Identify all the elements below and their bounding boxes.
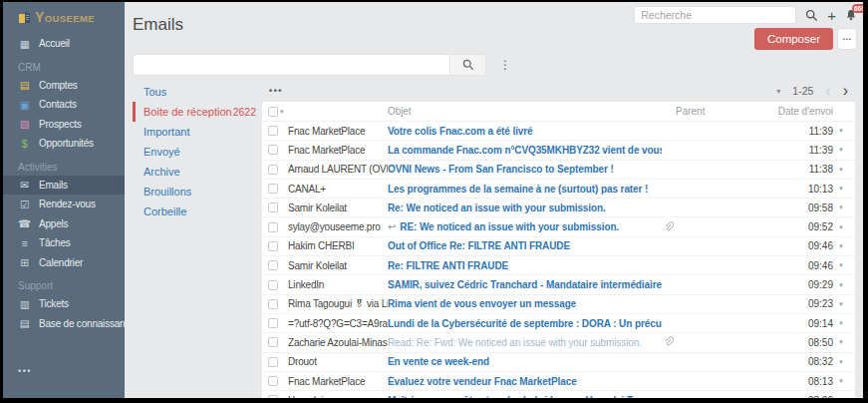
row-dropdown-icon[interactable]: ▾ [833,185,849,193]
email-subject[interactable]: Read: Re: Fwd: We noticed an issue with … [388,337,642,348]
brand-logo[interactable]: Youseeme [3,2,125,32]
column-objet[interactable]: Objet [388,106,662,117]
email-subject[interactable]: Maîtrisez vos coûts et roulez hybride av… [388,395,661,398]
row-checkbox[interactable] [268,184,278,194]
email-subject[interactable]: Les programmes de la semaine à ne (surto… [388,184,648,195]
row-checkbox[interactable] [268,376,278,386]
row-dropdown-icon[interactable]: ▾ [833,281,849,289]
sidebar-item-comptes[interactable]: ▤Comptes [3,76,125,96]
folder-corbeille[interactable]: Corbeille [133,202,258,221]
sidebar-item-contacts[interactable]: ▣Contacts [3,95,125,115]
email-row[interactable]: Rima Tagougui 🎖 via Lin...Rima vient de … [262,294,855,313]
folder-brouillons[interactable]: Brouillons [133,182,258,202]
sidebar-item-emails[interactable]: ✉Emails [3,176,125,196]
column-date[interactable]: Date d'envoi [775,106,833,117]
plus-icon[interactable]: + [827,8,836,23]
bell-icon[interactable]: 660 [845,9,857,21]
row-checkbox[interactable] [268,145,278,155]
email-subject[interactable]: Lundi de la Cybersécurité de septembre :… [388,318,662,329]
row-dropdown-icon[interactable]: ▾ [833,396,849,398]
kebab-menu-icon[interactable]: ⋮ [499,58,511,72]
row-checkbox[interactable] [268,299,278,309]
row-dropdown-icon[interactable]: ▾ [833,146,849,154]
email-subject[interactable]: Re: FILTRE ANTI FRAUDE [388,260,508,271]
search-icon[interactable] [805,9,818,22]
email-row[interactable]: Zacharie Azoulai-MinassianRead: Re: Fwd:… [262,332,855,351]
email-row[interactable]: Fnac MarketPlaceLa commande Fnac.com n°C… [262,140,855,159]
row-checkbox[interactable] [268,126,278,136]
folder-important[interactable]: Important [133,122,258,142]
row-dropdown-icon[interactable]: ▾ [833,319,849,327]
row-checkbox[interactable] [268,357,278,367]
sidebar-item-accueil[interactable]: ▦Accueil [3,34,125,54]
row-dropdown-icon[interactable]: ▾ [833,223,849,231]
sidebar-item-tickets[interactable]: ▥Tickets [3,294,125,314]
sidebar-item-appels[interactable]: ☎Appels [3,214,125,234]
email-subject[interactable]: Re: We noticed an issue with your submis… [388,202,606,213]
row-dropdown-icon[interactable]: ▾ [833,261,849,269]
next-page-icon[interactable]: › [843,83,848,99]
row-dropdown-icon[interactable]: ▾ [833,358,849,366]
prev-page-icon[interactable]: ‹ [825,83,830,99]
email-subject[interactable]: SAMIR, suivez Cédric Tranchard - Mandata… [388,279,662,290]
folder-boite-de-reception[interactable]: Boite de réception2622 [133,102,258,122]
email-row[interactable]: sylay@youseeme.pro↩RE: We noticed an iss… [262,216,855,235]
row-dropdown-icon[interactable]: ▾ [833,166,849,174]
folder-tous[interactable]: Tous [133,82,258,102]
email-subject[interactable]: Out of Office Re: FILTRE ANTI FRAUDE [388,240,570,251]
row-checkbox[interactable] [268,165,278,175]
row-dropdown-icon[interactable]: ▾ [833,338,849,346]
row-checkbox[interactable] [268,318,278,328]
email-row[interactable]: Fnac MarketPlaceÉvaluez votre vendeur Fn… [262,371,855,390]
email-subject[interactable]: En vente ce week-end [388,356,489,367]
email-row[interactable]: Arnaud LAURENT (OVNI C...OVNI News - Fro… [262,160,855,179]
list-search-input[interactable] [133,54,449,76]
row-dropdown-icon[interactable]: ▾ [833,203,849,211]
row-checkbox[interactable] [268,337,278,347]
email-row[interactable]: LinkedInSAMIR, suivez Cédric Tranchard -… [262,274,855,293]
email-subject[interactable]: OVNI News - From San Francisco to Septem… [388,164,614,175]
row-checkbox[interactable] [268,222,278,232]
row-dropdown-icon[interactable]: ▾ [833,377,849,385]
chevron-down-icon[interactable]: ▾ [776,87,780,96]
email-subject[interactable]: RE: We noticed an issue with your submis… [400,221,619,232]
row-checkbox[interactable] [268,241,278,251]
row-checkbox[interactable] [268,202,278,212]
email-row[interactable]: Samir KoleilatRe: FILTRE ANTI FRAUDE09:4… [262,255,855,274]
chevron-down-icon[interactable]: ▾ [280,108,284,116]
row-dropdown-icon[interactable]: ▾ [833,300,849,308]
folder-archive[interactable]: Archive [133,162,258,182]
email-row[interactable]: DrouotEn vente ce week-end08:32▾ [262,352,855,371]
row-dropdown-icon[interactable]: ▾ [833,127,849,135]
row-checkbox[interactable] [268,260,278,270]
sidebar-item-prospects[interactable]: ▨Prospects [3,115,125,135]
email-row[interactable]: HyundaiMaîtrisez vos coûts et roulez hyb… [262,390,855,398]
email-subject[interactable]: La commande Fnac.com n°CVQ35MKHBYZ32 vie… [388,145,662,156]
more-actions-button[interactable]: ... [837,28,857,50]
email-subject[interactable]: Votre colis Fnac.com a été livré [388,126,533,137]
email-subject[interactable]: Rima vient de vous envoyer un message [388,298,576,309]
folder-envoye[interactable]: Envoyé [133,142,258,162]
column-parent[interactable]: Parent [676,106,775,117]
sidebar-more-button[interactable]: ••• [18,366,32,376]
row-checkbox[interactable] [268,280,278,290]
sidebar-item-opportunites[interactable]: $Opportunités [3,134,125,154]
compose-button[interactable]: Composer [754,28,833,50]
global-search-input[interactable] [634,6,796,24]
list-search-button[interactable] [449,54,486,76]
list-menu-icon[interactable]: ••• [269,86,283,96]
sidebar-item-taches[interactable]: ≡Tâches [3,233,125,253]
email-subject[interactable]: Évaluez votre vendeur Fnac MarketPlace [388,376,577,387]
email-row[interactable]: Samir KoleilatRe: We noticed an issue wi… [262,198,855,216]
email-row[interactable]: CANAL+Les programmes de la semaine à ne … [262,179,855,198]
sidebar-item-rendez-vous[interactable]: ☑Rendez-vous [3,195,125,214]
email-row[interactable]: Hakim CHERBIOut of Office Re: FILTRE ANT… [262,236,855,255]
sidebar-item-calendrier[interactable]: ⊞Calendrier [3,253,125,273]
row-checkbox[interactable] [268,395,278,398]
sidebar-item-label: Rendez-vous [39,199,96,209]
select-all-checkbox[interactable] [268,107,278,117]
email-row[interactable]: =?utf-8?Q?G=C3=A9rard=...Lundi de la Cyb… [262,313,855,332]
row-dropdown-icon[interactable]: ▾ [833,242,849,250]
sidebar-item-base-de-connaissance[interactable]: ▤Base de connaissance [3,314,125,334]
email-row[interactable]: Fnac MarketPlaceVotre colis Fnac.com a é… [262,121,855,140]
